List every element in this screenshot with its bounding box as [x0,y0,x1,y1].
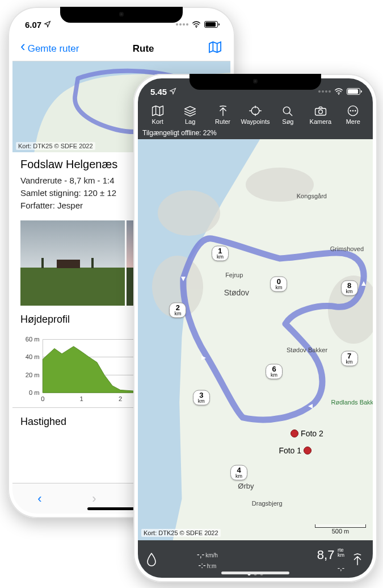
record-icon[interactable] [144,552,159,569]
svg-text:2: 2 [119,395,122,402]
km-marker-8: 8km [341,281,358,296]
phone-front: 5.45 Kort Lag [133,74,377,582]
tool-kort[interactable]: Kort [141,105,174,125]
km-marker-1: 1km [212,245,229,261]
svg-point-20 [318,110,322,114]
svg-point-16 [338,94,339,95]
dash-speed: -,-km/h -:-h:m [163,549,252,571]
svg-point-22 [350,110,352,112]
map-attribution: Kort: DTK25 © SDFE 2022 [16,142,95,150]
place-grimshoved: Grimshoved [330,245,364,252]
map-button[interactable] [208,41,222,56]
route-line [138,139,373,503]
dash-route-icon[interactable] [348,552,367,569]
km-marker-4: 4km [230,465,247,480]
home-indicator [221,572,289,574]
tool-sog[interactable]: Søg [272,105,304,125]
km-marker-7: 7km [341,351,358,366]
status-time: 6.07 [25,20,41,30]
km-marker-3: 3km [193,390,210,406]
svg-text:20 m: 20 m [26,372,40,378]
svg-rect-19 [315,109,326,115]
nav-title: Rute [133,43,154,55]
svg-point-24 [355,110,356,112]
foto-2[interactable]: Foto 2 [291,429,323,438]
svg-text:40 m: 40 m [26,353,40,360]
offline-status: Tilgængeligt offline: 22% [138,127,373,139]
svg-point-0 [196,27,197,28]
route-photo[interactable] [20,220,125,306]
svg-text:60 m: 60 m [26,336,40,343]
location-icon [44,20,51,30]
km-marker-2: 2km [169,303,186,318]
place-kongsgard: Kongsgård [297,193,327,199]
place-fejrup: Fejrup [225,272,243,278]
back-button[interactable]: Gemte ruter [20,43,79,55]
signal-icon [176,23,188,26]
place-stodov: Stødov [224,288,249,297]
status-time: 5.45 [150,87,167,97]
tool-mere[interactable]: Mere [337,105,369,125]
tool-ruter[interactable]: Ruter [207,105,239,125]
place-dragsbjerg: Dragsbjerg [252,500,283,507]
svg-text:0 m: 0 m [29,389,40,396]
nav-bar: Gemte ruter Rute [12,36,230,61]
next-button[interactable]: › [84,491,104,506]
km-marker-6: 6km [266,364,283,380]
wifi-icon [334,88,343,95]
battery-icon [347,88,360,95]
notch [60,7,183,23]
battery-icon [204,21,218,28]
chevron-left-icon [20,43,26,55]
notch [190,74,321,90]
wifi-icon [192,21,201,28]
prev-button[interactable]: ‹ [30,491,50,506]
place-stodov-bakker: Stødov Bakker [287,347,327,353]
svg-point-23 [352,110,354,112]
place-rodlands: Rødlands Bakke [331,399,373,406]
svg-text:0: 0 [41,395,44,402]
svg-point-25 [158,190,220,236]
signal-icon [318,90,331,93]
tool-kamera[interactable]: Kamera [304,105,336,125]
dash-distance: 8,7 rtekm -,- [255,547,344,573]
map-attribution: Kort: DTK25 © SDFE 2022 [141,529,221,537]
map-toolbar: Kort Lag Ruter Waypoints Søg Kamera [138,103,373,127]
location-icon [169,87,176,97]
tool-lag[interactable]: Lag [174,105,206,125]
scale-bar: 500 m [315,524,366,535]
back-label: Gemte ruter [28,43,79,55]
tool-waypoints[interactable]: Waypoints [239,105,271,125]
main-map[interactable]: 0km 1km 2km 3km 4km 6km 7km 8km Stødov F… [138,139,373,578]
km-marker-0: 0km [270,276,287,291]
svg-text:1: 1 [80,395,83,402]
foto-1[interactable]: Foto 1 [279,446,312,455]
place-orby: Ørby [238,481,254,490]
